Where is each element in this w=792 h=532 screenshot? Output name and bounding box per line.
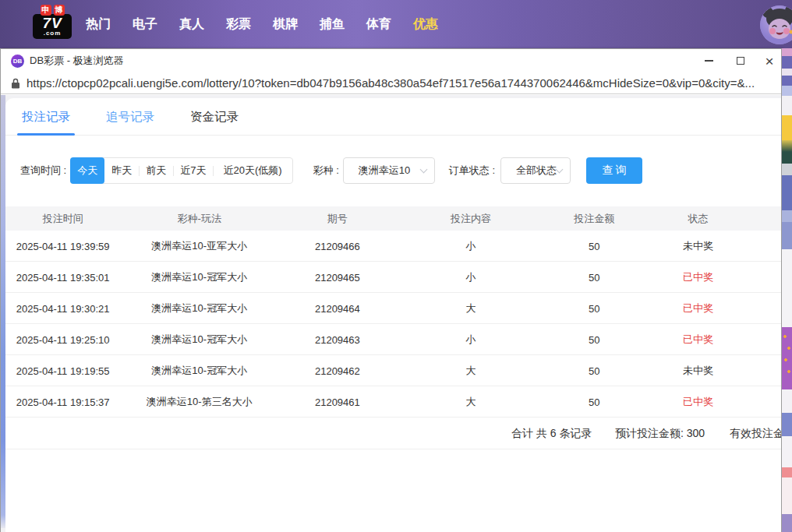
search-button[interactable]: 查询 xyxy=(586,157,642,184)
time-option-3[interactable]: 近7天 xyxy=(173,158,213,183)
cell-issue: 21209463 xyxy=(315,333,360,345)
cell-status: 未中奖 xyxy=(683,364,713,378)
cell-time: 2025-04-11 19:35:01 xyxy=(16,271,110,283)
time-option-2[interactable]: 前天 xyxy=(139,158,173,183)
close-button[interactable]: × xyxy=(758,49,781,72)
logo-badge-shen: 申 xyxy=(41,5,51,16)
cell-content: 大 xyxy=(466,364,476,378)
time-option-0[interactable]: 今天 xyxy=(70,157,104,184)
summary-expected-amount: 预计投注金额: 300 xyxy=(615,417,705,449)
cell-game: 澳洲幸运10-冠军大小 xyxy=(151,270,247,284)
logo-text: 7V xyxy=(33,16,72,30)
url-text: https://ctopcp02pcali.uengi5e.com/lotter… xyxy=(27,76,781,90)
lottery-select[interactable]: 澳洲幸运10 xyxy=(343,157,435,184)
cell-amount: 50 xyxy=(589,302,599,314)
cell-game: 澳洲幸运10-冠军大小 xyxy=(151,364,247,378)
window-title: DB彩票 - 极速浏览器 xyxy=(30,54,124,68)
logo-subtext: .com xyxy=(33,30,72,37)
browser-window: DB DB彩票 - 极速浏览器 × https://ctopcp02pcali.… xyxy=(0,48,782,532)
cell-amount: 50 xyxy=(589,271,599,283)
order-status-select[interactable]: 全部状态 xyxy=(500,157,571,184)
cell-status: 已中奖 xyxy=(683,301,713,315)
table-row: 2025-04-11 19:25:10澳洲幸运10-冠军大小21209463小5… xyxy=(5,324,781,355)
avatar-image xyxy=(760,5,792,44)
cell-issue: 21209461 xyxy=(315,396,360,407)
nav-item-4[interactable]: 棋牌 xyxy=(262,16,309,33)
cell-game: 澳洲幸运10-第三名大小 xyxy=(147,395,253,409)
cell-issue: 21209462 xyxy=(315,365,360,376)
tab-1[interactable]: 追号记录 xyxy=(106,98,154,136)
cell-issue: 21209465 xyxy=(315,271,360,283)
table-row: 2025-04-11 19:39:59澳洲幸运10-亚军大小21209466小5… xyxy=(5,231,781,262)
minimize-button[interactable] xyxy=(697,49,720,72)
cell-amount: 50 xyxy=(589,333,599,345)
user-avatar[interactable] xyxy=(760,5,792,44)
cell-time: 2025-04-11 19:19:55 xyxy=(16,365,110,376)
maximize-icon xyxy=(737,57,744,65)
table-header-row: 投注时间彩种-玩法期号投注内容投注金额状态 xyxy=(5,206,781,231)
cell-issue: 21209466 xyxy=(315,240,360,252)
top-nav-menu: 热门电子真人彩票棋牌捕鱼体育优惠 xyxy=(75,0,449,48)
cell-content: 小 xyxy=(466,270,476,284)
chevron-down-icon xyxy=(419,165,427,173)
lock-icon xyxy=(11,78,20,89)
maximize-button[interactable] xyxy=(729,49,752,72)
browser-title-bar[interactable]: DB DB彩票 - 极速浏览器 × xyxy=(1,49,781,72)
site-logo[interactable]: 申 博 7V .com xyxy=(33,5,72,39)
table-row: 2025-04-11 19:30:21澳洲幸运10-冠军大小21209464大5… xyxy=(5,293,781,324)
tab-2[interactable]: 资金记录 xyxy=(190,98,239,136)
cell-content: 小 xyxy=(466,333,476,347)
time-option-4[interactable]: 近20天(低频) xyxy=(213,158,292,183)
column-header-2: 期号 xyxy=(327,212,348,226)
time-range-group: 今天昨天前天近7天近20天(低频) xyxy=(70,157,292,184)
nav-item-7[interactable]: 优惠 xyxy=(402,16,449,33)
cell-time: 2025-04-11 19:15:37 xyxy=(16,396,110,407)
record-tabs: 投注记录追号记录资金记录 xyxy=(5,98,781,136)
column-header-4: 投注金额 xyxy=(574,212,614,226)
cell-status: 已中奖 xyxy=(683,395,713,409)
page-content: 投注记录追号记录资金记录 查询时间 : 今天昨天前天近7天近20天(低频) 彩种… xyxy=(1,95,781,532)
close-icon: × xyxy=(765,54,773,69)
lottery-select-value: 澳洲幸运10 xyxy=(359,164,410,178)
cell-amount: 50 xyxy=(589,365,599,376)
cell-content: 大 xyxy=(466,395,476,409)
cell-amount: 50 xyxy=(589,396,599,407)
nav-item-6[interactable]: 体育 xyxy=(355,16,402,33)
cell-status: 已中奖 xyxy=(683,270,713,284)
logo-badge-bo: 博 xyxy=(54,5,65,16)
nav-item-2[interactable]: 真人 xyxy=(168,16,215,33)
status-filter-label: 订单状态 : xyxy=(449,164,495,178)
summary-total: 合计 共 6 条记录 xyxy=(511,417,592,449)
cell-status: 已中奖 xyxy=(683,333,713,347)
nav-item-5[interactable]: 捕鱼 xyxy=(309,16,355,33)
summary-row: 合计 共 6 条记录 预计投注金额: 300 有效投注金额: 300 xyxy=(5,417,781,449)
address-bar[interactable]: https://ctopcp02pcali.uengi5e.com/lotter… xyxy=(1,72,781,94)
background-app-strip xyxy=(782,48,792,532)
logo-box: 7V .com xyxy=(33,14,72,39)
filter-bar: 查询时间 : 今天昨天前天近7天近20天(低频) 彩种 : 澳洲幸运10 订单状… xyxy=(5,157,781,184)
summary-valid-amount: 有效投注金额: 300 xyxy=(730,417,781,449)
nav-item-3[interactable]: 彩票 xyxy=(215,16,262,33)
browser-app-icon: DB xyxy=(11,55,24,68)
status-select-value: 全部状态 xyxy=(516,164,557,178)
lottery-filter-label: 彩种 : xyxy=(313,164,339,178)
time-filter-label: 查询时间 : xyxy=(20,164,66,178)
table-row: 2025-04-11 19:35:01澳洲幸运10-冠军大小21209465小5… xyxy=(5,262,781,293)
cell-time: 2025-04-11 19:25:10 xyxy=(16,333,110,345)
minimize-icon xyxy=(705,60,713,62)
cell-time: 2025-04-11 19:39:59 xyxy=(16,240,110,252)
records-panel: 投注记录追号记录资金记录 查询时间 : 今天昨天前天近7天近20天(低频) 彩种… xyxy=(5,98,781,532)
cell-time: 2025-04-11 19:30:21 xyxy=(16,302,110,314)
cell-game: 澳洲幸运10-亚军大小 xyxy=(151,239,247,253)
tab-0[interactable]: 投注记录 xyxy=(22,98,70,136)
cell-amount: 50 xyxy=(589,240,599,252)
column-header-3: 投注内容 xyxy=(451,212,491,226)
column-header-5: 状态 xyxy=(688,212,709,226)
logo-badges: 申 博 xyxy=(33,5,72,16)
nav-item-1[interactable]: 电子 xyxy=(122,16,168,33)
cell-content: 小 xyxy=(466,239,476,253)
nav-item-0[interactable]: 热门 xyxy=(75,16,122,33)
column-header-0: 投注时间 xyxy=(43,212,83,226)
time-option-1[interactable]: 昨天 xyxy=(104,158,139,183)
top-navigation-bar: 申 博 7V .com 热门电子真人彩票棋牌捕鱼体育优惠 xyxy=(0,0,792,48)
